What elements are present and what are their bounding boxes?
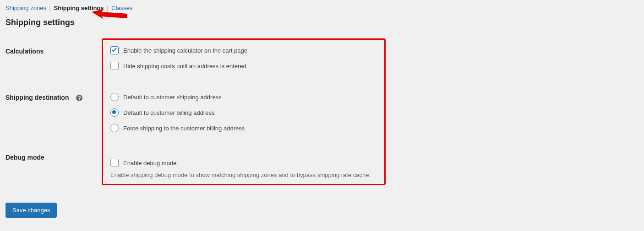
- radio-icon[interactable]: [110, 93, 119, 101]
- subnav-separator: |: [107, 5, 108, 11]
- subnav-shipping-settings[interactable]: Shipping settings: [54, 5, 104, 11]
- help-icon[interactable]: ?: [76, 95, 82, 101]
- option-label: Force shipping to the customer billing a…: [123, 125, 245, 132]
- option-enable-debug-mode[interactable]: Enable debug mode: [110, 155, 377, 171]
- row-heading-destination: Shipping destination ?: [5, 77, 102, 127]
- shipping-subnav: Shipping zones | Shipping settings | Cla…: [5, 5, 639, 11]
- option-force-billing-address[interactable]: Force shipping to the customer billing a…: [110, 120, 377, 136]
- row-heading-calculations: Calculations: [5, 38, 102, 77]
- subnav-separator: |: [49, 5, 51, 11]
- subnav-classes[interactable]: Classes: [111, 5, 132, 11]
- radio-icon[interactable]: [110, 124, 119, 132]
- destination-group: Default to customer shipping address Def…: [110, 89, 377, 136]
- option-enable-shipping-calculator[interactable]: Enable the shipping calculator on the ca…: [110, 43, 377, 58]
- row-heading-debug: Debug mode: [5, 127, 102, 193]
- option-default-billing-address[interactable]: Default to customer billing address: [110, 105, 377, 120]
- debug-group: Enable debug mode Enable shipping debug …: [110, 155, 377, 178]
- option-default-shipping-address[interactable]: Default to customer shipping address: [110, 89, 377, 105]
- option-label: Hide shipping costs until an address is …: [123, 63, 246, 70]
- debug-hint-text: Enable shipping debug mode to show match…: [110, 172, 377, 178]
- option-label: Default to customer billing address: [123, 109, 214, 116]
- checkbox-icon[interactable]: [110, 46, 119, 54]
- highlight-box: Enable the shipping calculator on the ca…: [102, 38, 386, 185]
- option-hide-shipping-costs[interactable]: Hide shipping costs until an address is …: [110, 58, 377, 74]
- save-changes-button[interactable]: Save changes: [5, 203, 57, 218]
- checkbox-icon[interactable]: [110, 159, 119, 167]
- option-label: Default to customer shipping address: [123, 94, 222, 101]
- radio-icon[interactable]: [110, 108, 119, 117]
- page-title: Shipping settings: [5, 18, 639, 27]
- checkbox-icon[interactable]: [110, 62, 119, 70]
- option-label: Enable the shipping calculator on the ca…: [123, 47, 247, 54]
- calculations-group: Enable the shipping calculator on the ca…: [110, 43, 377, 74]
- settings-form: Calculations Enable the shipping calcula…: [5, 38, 639, 193]
- subnav-shipping-zones[interactable]: Shipping zones: [5, 5, 46, 11]
- option-label: Enable debug mode: [123, 160, 176, 167]
